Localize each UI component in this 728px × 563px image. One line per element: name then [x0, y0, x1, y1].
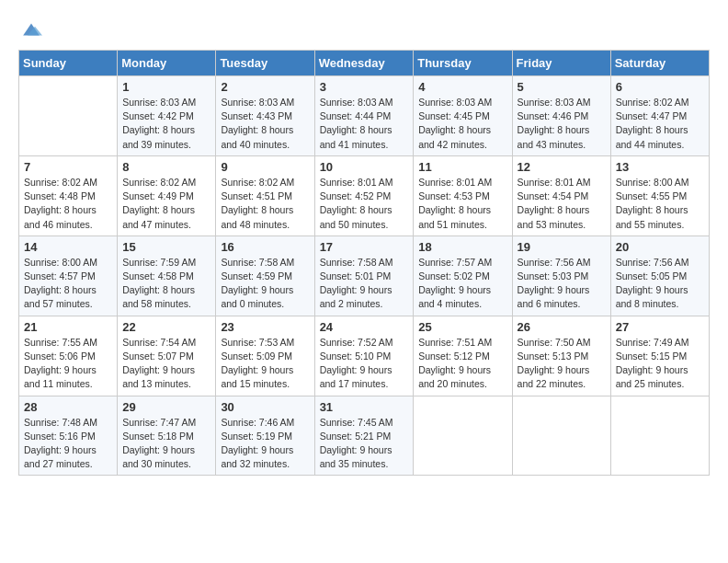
calendar-day-cell: 11 Sunrise: 8:01 AMSunset: 4:53 PMDaylig… [414, 155, 512, 236]
day-number: 12 [518, 160, 606, 174]
day-number: 15 [122, 240, 210, 254]
day-detail: Sunrise: 7:57 AMSunset: 5:02 PMDaylight:… [418, 256, 506, 312]
day-detail: Sunrise: 7:47 AMSunset: 5:18 PMDaylight:… [122, 416, 210, 472]
day-number: 1 [122, 80, 210, 94]
weekday-header: Monday [118, 51, 216, 76]
calendar-day-cell: 27 Sunrise: 7:49 AMSunset: 5:15 PMDaylig… [610, 316, 709, 396]
calendar-day-cell: 21 Sunrise: 7:55 AMSunset: 5:06 PMDaylig… [19, 316, 118, 396]
day-detail: Sunrise: 8:03 AMSunset: 4:46 PMDaylight:… [518, 96, 606, 152]
calendar-day-cell [512, 396, 610, 476]
calendar-day-cell: 18 Sunrise: 7:57 AMSunset: 5:02 PMDaylig… [414, 236, 512, 316]
day-number: 13 [616, 160, 704, 174]
day-detail: Sunrise: 7:56 AMSunset: 5:05 PMDaylight:… [616, 256, 704, 312]
weekday-header: Thursday [414, 51, 512, 76]
day-detail: Sunrise: 8:02 AMSunset: 4:49 PMDaylight:… [122, 176, 210, 232]
calendar-day-cell: 1 Sunrise: 8:03 AMSunset: 4:42 PMDayligh… [118, 76, 216, 156]
calendar-day-cell: 30 Sunrise: 7:46 AMSunset: 5:19 PMDaylig… [216, 396, 314, 476]
calendar-day-cell: 26 Sunrise: 7:50 AMSunset: 5:13 PMDaylig… [512, 316, 610, 396]
calendar-day-cell: 10 Sunrise: 8:01 AMSunset: 4:52 PMDaylig… [314, 155, 414, 236]
day-detail: Sunrise: 8:00 AMSunset: 4:55 PMDaylight:… [616, 176, 704, 232]
day-number: 10 [320, 160, 409, 174]
day-detail: Sunrise: 8:03 AMSunset: 4:45 PMDaylight:… [418, 96, 506, 152]
day-number: 30 [221, 400, 309, 414]
weekday-header: Wednesday [314, 51, 414, 76]
calendar-day-cell [610, 396, 709, 476]
day-number: 9 [221, 160, 309, 174]
day-number: 31 [320, 400, 409, 414]
day-detail: Sunrise: 8:01 AMSunset: 4:53 PMDaylight:… [418, 176, 506, 232]
logo [18, 18, 42, 40]
weekday-header: Tuesday [216, 51, 314, 76]
calendar-week-row: 14 Sunrise: 8:00 AMSunset: 4:57 PMDaylig… [19, 236, 710, 316]
calendar-day-cell: 23 Sunrise: 7:53 AMSunset: 5:09 PMDaylig… [216, 316, 314, 396]
day-number: 5 [518, 80, 606, 94]
day-detail: Sunrise: 8:03 AMSunset: 4:44 PMDaylight:… [320, 96, 409, 152]
calendar-day-cell [19, 76, 118, 156]
day-number: 26 [518, 320, 606, 334]
day-detail: Sunrise: 7:49 AMSunset: 5:15 PMDaylight:… [616, 336, 704, 392]
day-detail: Sunrise: 7:54 AMSunset: 5:07 PMDaylight:… [122, 336, 210, 392]
calendar-day-cell: 25 Sunrise: 7:51 AMSunset: 5:12 PMDaylig… [414, 316, 512, 396]
day-number: 28 [24, 400, 112, 414]
day-number: 29 [122, 400, 210, 414]
day-detail: Sunrise: 7:55 AMSunset: 5:06 PMDaylight:… [24, 336, 112, 392]
day-detail: Sunrise: 8:02 AMSunset: 4:51 PMDaylight:… [221, 176, 309, 232]
calendar-day-cell: 17 Sunrise: 7:58 AMSunset: 5:01 PMDaylig… [314, 236, 414, 316]
calendar-day-cell: 5 Sunrise: 8:03 AMSunset: 4:46 PMDayligh… [512, 76, 610, 156]
day-number: 11 [418, 160, 506, 174]
calendar-day-cell: 14 Sunrise: 8:00 AMSunset: 4:57 PMDaylig… [19, 236, 118, 316]
calendar-day-cell: 7 Sunrise: 8:02 AMSunset: 4:48 PMDayligh… [19, 155, 118, 236]
day-number: 7 [24, 160, 112, 174]
day-number: 18 [418, 240, 506, 254]
day-number: 2 [221, 80, 309, 94]
calendar-day-cell: 29 Sunrise: 7:47 AMSunset: 5:18 PMDaylig… [118, 396, 216, 476]
day-number: 25 [418, 320, 506, 334]
day-number: 27 [616, 320, 704, 334]
day-number: 19 [518, 240, 606, 254]
day-number: 4 [418, 80, 506, 94]
day-detail: Sunrise: 7:50 AMSunset: 5:13 PMDaylight:… [518, 336, 606, 392]
calendar-day-cell: 4 Sunrise: 8:03 AMSunset: 4:45 PMDayligh… [414, 76, 512, 156]
calendar-day-cell: 20 Sunrise: 7:56 AMSunset: 5:05 PMDaylig… [610, 236, 709, 316]
day-number: 17 [320, 240, 409, 254]
page-header [18, 18, 710, 40]
day-number: 24 [320, 320, 409, 334]
calendar-day-cell: 6 Sunrise: 8:02 AMSunset: 4:47 PMDayligh… [610, 76, 709, 156]
weekday-header: Friday [512, 51, 610, 76]
day-number: 14 [24, 240, 112, 254]
calendar-day-cell: 9 Sunrise: 8:02 AMSunset: 4:51 PMDayligh… [216, 155, 314, 236]
calendar-day-cell: 8 Sunrise: 8:02 AMSunset: 4:49 PMDayligh… [118, 155, 216, 236]
calendar-day-cell: 24 Sunrise: 7:52 AMSunset: 5:10 PMDaylig… [314, 316, 414, 396]
day-detail: Sunrise: 8:01 AMSunset: 4:54 PMDaylight:… [518, 176, 606, 232]
day-detail: Sunrise: 8:00 AMSunset: 4:57 PMDaylight:… [24, 256, 112, 312]
day-detail: Sunrise: 8:02 AMSunset: 4:48 PMDaylight:… [24, 176, 112, 232]
calendar-week-row: 21 Sunrise: 7:55 AMSunset: 5:06 PMDaylig… [19, 316, 710, 396]
day-detail: Sunrise: 7:59 AMSunset: 4:58 PMDaylight:… [122, 256, 210, 312]
calendar-week-row: 1 Sunrise: 8:03 AMSunset: 4:42 PMDayligh… [19, 76, 710, 156]
day-number: 21 [24, 320, 112, 334]
day-number: 22 [122, 320, 210, 334]
day-detail: Sunrise: 8:03 AMSunset: 4:43 PMDaylight:… [221, 96, 309, 152]
calendar-day-cell: 15 Sunrise: 7:59 AMSunset: 4:58 PMDaylig… [118, 236, 216, 316]
logo-icon [20, 18, 42, 40]
calendar-day-cell: 13 Sunrise: 8:00 AMSunset: 4:55 PMDaylig… [610, 155, 709, 236]
day-number: 16 [221, 240, 309, 254]
day-detail: Sunrise: 8:01 AMSunset: 4:52 PMDaylight:… [320, 176, 409, 232]
calendar-day-cell: 3 Sunrise: 8:03 AMSunset: 4:44 PMDayligh… [314, 76, 414, 156]
day-number: 20 [616, 240, 704, 254]
day-detail: Sunrise: 7:45 AMSunset: 5:21 PMDaylight:… [320, 416, 409, 472]
day-detail: Sunrise: 7:51 AMSunset: 5:12 PMDaylight:… [418, 336, 506, 392]
day-number: 3 [320, 80, 409, 94]
weekday-header: Sunday [19, 51, 118, 76]
day-detail: Sunrise: 8:03 AMSunset: 4:42 PMDaylight:… [122, 96, 210, 152]
day-detail: Sunrise: 7:46 AMSunset: 5:19 PMDaylight:… [221, 416, 309, 472]
calendar-week-row: 28 Sunrise: 7:48 AMSunset: 5:16 PMDaylig… [19, 396, 710, 476]
day-detail: Sunrise: 7:48 AMSunset: 5:16 PMDaylight:… [24, 416, 112, 472]
day-detail: Sunrise: 7:58 AMSunset: 4:59 PMDaylight:… [221, 256, 309, 312]
calendar-day-cell: 2 Sunrise: 8:03 AMSunset: 4:43 PMDayligh… [216, 76, 314, 156]
day-detail: Sunrise: 7:52 AMSunset: 5:10 PMDaylight:… [320, 336, 409, 392]
calendar-header-row: SundayMondayTuesdayWednesdayThursdayFrid… [19, 51, 710, 76]
calendar-day-cell: 19 Sunrise: 7:56 AMSunset: 5:03 PMDaylig… [512, 236, 610, 316]
weekday-header: Saturday [610, 51, 709, 76]
calendar-week-row: 7 Sunrise: 8:02 AMSunset: 4:48 PMDayligh… [19, 155, 710, 236]
